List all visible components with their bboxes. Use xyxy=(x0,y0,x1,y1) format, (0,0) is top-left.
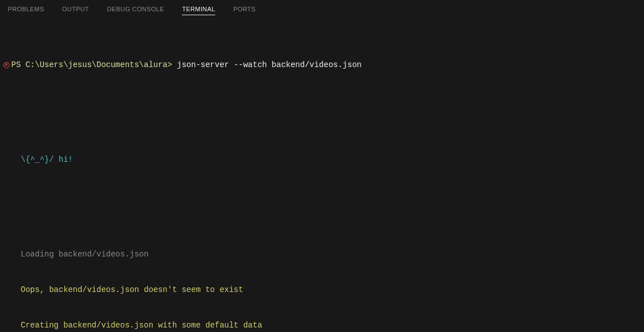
json-server-greeting: \{^_^}/ hi! xyxy=(21,155,73,164)
kill-terminal-icon[interactable] xyxy=(3,62,10,68)
terminal-body[interactable]: PS C:\Users\jesus\Documents\alura> json-… xyxy=(0,17,644,332)
tab-output[interactable]: OUTPUT xyxy=(62,2,89,15)
tab-terminal[interactable]: TERMINAL xyxy=(182,2,215,15)
loading-line: Loading backend/videos.json xyxy=(21,250,149,259)
warn-oops: Oops, backend/videos.json doesn't seem t… xyxy=(21,285,243,294)
typed-command: json-server --watch backend/videos.json xyxy=(172,60,362,69)
tab-problems[interactable]: PROBLEMS xyxy=(8,2,44,15)
tab-ports[interactable]: PORTS xyxy=(233,2,256,15)
panel-tabs: PROBLEMS OUTPUT DEBUG CONSOLE TERMINAL P… xyxy=(0,0,644,17)
shell-prompt: PS C:\Users\jesus\Documents\alura> xyxy=(11,60,172,69)
tab-debug-console[interactable]: DEBUG CONSOLE xyxy=(107,2,164,15)
warn-creating: Creating backend/videos.json with some d… xyxy=(21,321,262,330)
